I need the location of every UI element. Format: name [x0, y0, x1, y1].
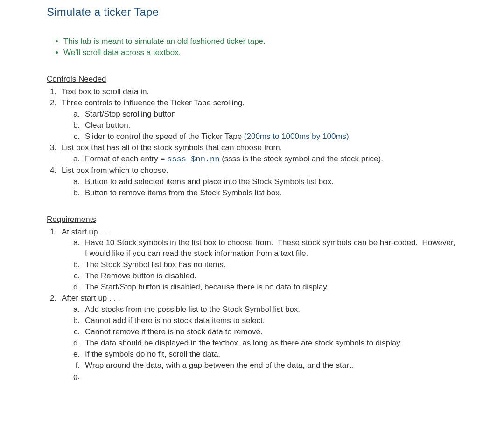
requirements-item: At start up . . .Have 10 Stock symbols i…	[59, 227, 457, 293]
text-run: List box that has all of the stock symbo…	[62, 143, 282, 152]
requirements-subitem	[82, 372, 457, 382]
text-run: items from the Stock Symbols list box.	[145, 188, 281, 197]
text-run: Three controls to influence the Ticker T…	[62, 98, 245, 107]
controls-sublist: Start/Stop scrolling buttonClear button.…	[62, 109, 457, 142]
text-run: The data should be displayed in the text…	[85, 338, 402, 347]
controls-item: Text box to scroll data in.	[59, 87, 457, 97]
intro-bullet: This lab is meant to simulate an old fas…	[63, 36, 457, 47]
requirements-subitem: Add stocks from the possible list to the…	[82, 304, 457, 315]
text-run: Clear button.	[85, 121, 130, 130]
requirements-subitem: Have 10 Stock symbols in the list box to…	[82, 238, 457, 259]
text-run: selected items and place into the Stock …	[132, 177, 334, 186]
controls-subitem: Format of each entry = ssss $nn.nn (ssss…	[82, 154, 457, 165]
requirements-subitem: The Stock Symbol list box has no items.	[82, 260, 457, 270]
text-run: Slider to control the speed of the Ticke…	[85, 132, 244, 141]
intro-bullet: We'll scroll data across a textbox.	[63, 48, 457, 58]
text-run: List box from which to choose.	[62, 166, 168, 175]
requirements-subitem: The data should be displayed in the text…	[82, 338, 457, 349]
controls-subitem: Button to add selected items and place i…	[82, 177, 457, 187]
controls-subitem: Start/Stop scrolling button	[82, 109, 457, 120]
text-run: Button to remove	[85, 188, 145, 197]
requirements-subitem: Cannot add if there is no stock data ite…	[82, 316, 457, 326]
controls-item: Three controls to influence the Ticker T…	[59, 98, 457, 142]
requirements-subitem: Cannot remove if there is no stock data …	[82, 327, 457, 338]
text-run: (ssss is the stock symbol and the stock …	[219, 154, 383, 163]
text-run: Have 10 Stock symbols in the list box to…	[85, 238, 457, 258]
text-run: Cannot remove if there is no stock data …	[85, 327, 263, 336]
text-run: The Start/Stop button is disabled, becau…	[85, 283, 329, 291]
controls-list: Text box to scroll data in.Three control…	[47, 87, 457, 198]
controls-item: List box from which to choose.Button to …	[59, 165, 457, 199]
controls-heading: Controls Needed	[47, 74, 457, 85]
requirements-subitem: The Start/Stop button is disabled, becau…	[82, 282, 457, 293]
text-run: Add stocks from the possible list to the…	[85, 305, 300, 314]
text-run: If the symbols do no fit, scroll the dat…	[85, 350, 220, 358]
controls-sublist: Format of each entry = ssss $nn.nn (ssss…	[62, 154, 457, 165]
requirements-heading: Requirements	[47, 214, 457, 225]
requirements-sublist: Add stocks from the possible list to the…	[62, 304, 457, 382]
requirements-list: At start up . . .Have 10 Stock symbols i…	[47, 227, 457, 382]
text-run: At start up . . .	[62, 227, 111, 236]
text-run: After start up . . .	[62, 294, 120, 303]
text-run: Text box to scroll data in.	[62, 87, 149, 96]
text-run: (200ms to 1000ms by 100ms)	[244, 132, 349, 141]
text-run: Button to add	[85, 177, 132, 186]
requirements-subitem: Wrap around the data, with a gap between…	[82, 360, 457, 371]
controls-subitem: Clear button.	[82, 120, 457, 131]
text-run: Wrap around the data, with a gap between…	[85, 361, 353, 370]
text-run: ssss $nn.nn	[167, 155, 219, 164]
controls-sublist: Button to add selected items and place i…	[62, 177, 457, 199]
text-run: Format of each entry =	[85, 154, 167, 163]
text-run: Cannot add if there is no stock data ite…	[85, 316, 265, 325]
text-run: .	[349, 132, 351, 141]
page-title: Simulate a ticker Tape	[47, 5, 457, 20]
text-run: Start/Stop scrolling button	[85, 110, 176, 118]
requirements-subitem: The Remove button is disabled.	[82, 271, 457, 282]
intro-list: This lab is meant to simulate an old fas…	[47, 36, 457, 58]
controls-subitem: Slider to control the speed of the Ticke…	[82, 131, 457, 142]
requirements-item: After start up . . .Add stocks from the …	[59, 293, 457, 382]
controls-item: List box that has all of the stock symbo…	[59, 143, 457, 165]
text-run: The Remove button is disabled.	[85, 271, 196, 280]
requirements-subitem: If the symbols do no fit, scroll the dat…	[82, 349, 457, 360]
controls-subitem: Button to remove items from the Stock Sy…	[82, 188, 457, 199]
text-run: The Stock Symbol list box has no items.	[85, 260, 225, 269]
requirements-sublist: Have 10 Stock symbols in the list box to…	[62, 238, 457, 293]
